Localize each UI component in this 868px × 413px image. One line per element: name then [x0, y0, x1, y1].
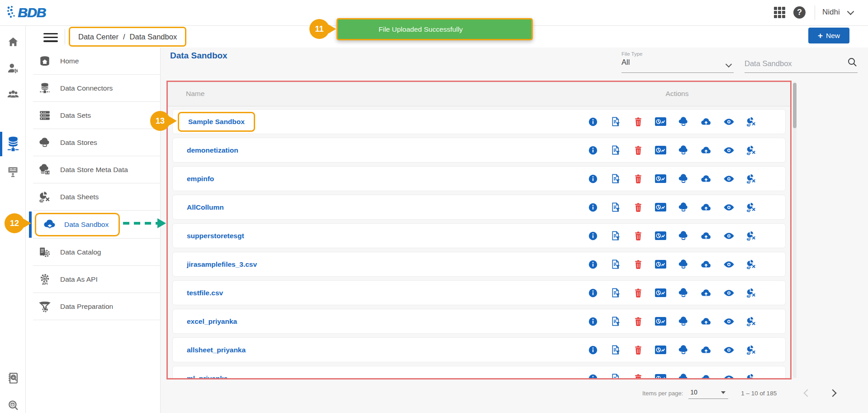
info-icon[interactable]: [587, 373, 599, 380]
rail-data-search-icon[interactable]: [0, 394, 26, 413]
items-per-page-select[interactable]: 10: [688, 388, 728, 399]
delete-icon[interactable]: [632, 345, 644, 355]
breadcrumb-item-data-center[interactable]: Data Center: [78, 33, 119, 41]
info-icon[interactable]: [587, 202, 599, 213]
filter-document-icon[interactable]: [609, 316, 621, 327]
remove-sheet-icon[interactable]: [745, 231, 758, 241]
search-input[interactable]: [745, 59, 843, 68]
preview-icon[interactable]: [723, 145, 735, 156]
filter-document-icon[interactable]: [609, 373, 621, 380]
preview-icon[interactable]: [723, 345, 735, 355]
new-button[interactable]: + New: [808, 28, 849, 43]
sandbox-name-link[interactable]: testfile.csv: [187, 289, 223, 297]
remove-sheet-icon[interactable]: [745, 288, 758, 298]
sandbox-name-link[interactable]: empinfo: [187, 175, 214, 183]
info-icon[interactable]: [587, 116, 599, 127]
upload-icon[interactable]: [700, 288, 712, 298]
upload-icon[interactable]: [700, 373, 712, 380]
user-chevron-down-icon[interactable]: [847, 8, 854, 15]
delete-icon[interactable]: [632, 316, 644, 327]
remove-sheet-icon[interactable]: [745, 202, 758, 213]
file-type-select[interactable]: File Type All: [621, 51, 734, 73]
dashboard-icon[interactable]: [655, 116, 667, 127]
delete-icon[interactable]: [632, 116, 644, 127]
data-store-icon[interactable]: [678, 259, 690, 270]
rail-audit-search-icon[interactable]: [0, 367, 26, 389]
remove-sheet-icon[interactable]: [745, 316, 758, 327]
sidebar-item-data-stores[interactable]: Data Stores: [33, 129, 160, 156]
sidebar-item-data-connectors[interactable]: Data Connectors: [33, 75, 160, 102]
rail-home-icon[interactable]: [0, 30, 26, 53]
sandbox-name-link[interactable]: ml_priyanka: [187, 375, 228, 380]
remove-sheet-icon[interactable]: [745, 373, 758, 380]
filter-document-icon[interactable]: [609, 173, 621, 184]
upload-icon[interactable]: [700, 116, 712, 127]
filter-document-icon[interactable]: [609, 288, 621, 298]
data-store-icon[interactable]: [678, 145, 690, 156]
search-icon[interactable]: [847, 57, 858, 69]
scrollbar-track[interactable]: [793, 82, 797, 378]
user-menu[interactable]: Nidhi: [822, 8, 840, 17]
remove-sheet-icon[interactable]: [745, 173, 758, 184]
filter-document-icon[interactable]: [609, 145, 621, 156]
previous-page-icon[interactable]: [804, 389, 811, 397]
sandbox-name-link[interactable]: Sample Sandbox: [178, 112, 255, 132]
remove-sheet-icon[interactable]: [745, 345, 758, 355]
rail-data-center-icon[interactable]: [0, 133, 26, 155]
sidebar-item-data-sheets[interactable]: Data Sheets: [33, 183, 160, 211]
remove-sheet-icon[interactable]: [745, 259, 758, 270]
upload-icon[interactable]: [700, 173, 712, 184]
next-page-icon[interactable]: [829, 389, 837, 397]
info-icon[interactable]: [587, 173, 599, 184]
filter-document-icon[interactable]: [609, 259, 621, 270]
preview-icon[interactable]: [723, 231, 735, 241]
sidebar-item-data-sets[interactable]: Data Sets: [33, 102, 160, 129]
sidebar-item-home[interactable]: Home: [33, 48, 160, 75]
upload-icon[interactable]: [700, 316, 712, 327]
delete-icon[interactable]: [632, 373, 644, 380]
sidebar-item-data-store-meta-data[interactable]: Data Store Meta Data: [33, 156, 160, 183]
dashboard-icon[interactable]: [655, 202, 667, 213]
sidebar-item-data-preparation[interactable]: Data Preparation: [33, 293, 160, 320]
help-icon[interactable]: ?: [793, 6, 806, 19]
sandbox-name-link[interactable]: excel_priyanka: [187, 317, 237, 326]
filter-document-icon[interactable]: [609, 202, 621, 213]
data-store-icon[interactable]: [678, 316, 690, 327]
preview-icon[interactable]: [723, 202, 735, 213]
info-icon[interactable]: [587, 231, 599, 241]
preview-icon[interactable]: [723, 288, 735, 298]
menu-hamburger-icon[interactable]: [43, 33, 58, 42]
upload-icon[interactable]: [700, 202, 712, 213]
preview-icon[interactable]: [723, 373, 735, 380]
info-icon[interactable]: [587, 259, 599, 270]
info-icon[interactable]: [587, 288, 599, 298]
info-icon[interactable]: [587, 345, 599, 355]
delete-icon[interactable]: [632, 288, 644, 298]
data-store-icon[interactable]: [678, 202, 690, 213]
info-icon[interactable]: [587, 316, 599, 327]
sandbox-name-link[interactable]: AllCollumn: [187, 203, 224, 211]
data-store-icon[interactable]: [678, 345, 690, 355]
scrollbar-thumb[interactable]: [793, 83, 797, 128]
data-store-icon[interactable]: [678, 288, 690, 298]
dashboard-icon[interactable]: [655, 373, 667, 380]
dashboard-icon[interactable]: [655, 259, 667, 270]
data-store-icon[interactable]: [678, 373, 690, 380]
rail-training-board-icon[interactable]: [0, 160, 26, 182]
sidebar-item-data-catalog[interactable]: Data Catalog: [33, 239, 160, 266]
breadcrumb-item-data-sandbox[interactable]: Data Sandbox: [130, 33, 177, 41]
bdb-logo[interactable]: BDB: [6, 5, 46, 20]
delete-icon[interactable]: [632, 173, 644, 184]
info-icon[interactable]: [587, 145, 599, 156]
filter-document-icon[interactable]: [609, 345, 621, 355]
data-store-icon[interactable]: [678, 173, 690, 184]
filter-document-icon[interactable]: [609, 231, 621, 241]
dashboard-icon[interactable]: [655, 173, 667, 184]
dashboard-icon[interactable]: [655, 345, 667, 355]
upload-icon[interactable]: [700, 345, 712, 355]
upload-icon[interactable]: [700, 259, 712, 270]
upload-icon[interactable]: [700, 145, 712, 156]
remove-sheet-icon[interactable]: [745, 145, 758, 156]
preview-icon[interactable]: [723, 259, 735, 270]
delete-icon[interactable]: [632, 145, 644, 156]
